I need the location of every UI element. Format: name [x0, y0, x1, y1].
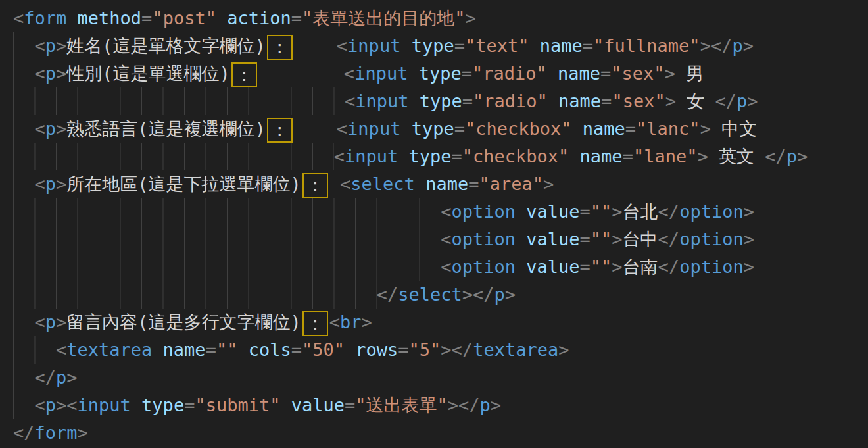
code-line-4[interactable]: <input type="radio" name="sex"> 女 </p>	[13, 87, 868, 115]
attribute-token: value	[526, 257, 579, 277]
text-token: 姓名(這是單格文字欄位)	[66, 36, 266, 56]
string-token: ""	[591, 201, 612, 222]
text-token	[398, 146, 408, 166]
string-token: "text"	[465, 36, 529, 56]
punctuation-token: =	[462, 63, 472, 84]
punctuation-token: >	[56, 174, 66, 194]
code-line-8[interactable]: <option value="">台北</option>	[13, 198, 868, 226]
text-token: 女	[676, 91, 715, 111]
attribute-token: name	[558, 63, 600, 84]
code-line-14[interactable]: </p>	[13, 364, 868, 391]
text-token	[516, 229, 526, 249]
text-token: 男	[675, 63, 704, 84]
punctuation-token: <	[441, 229, 451, 249]
punctuation-token: >	[558, 339, 569, 360]
text-token	[131, 395, 141, 415]
ambiguous-unicode-colon: ：	[302, 311, 328, 336]
text-token	[345, 339, 355, 360]
code-line-9[interactable]: <option value="">台中</option>	[13, 226, 868, 253]
punctuation-token: >	[462, 284, 473, 305]
punctuation-token: >	[612, 229, 622, 249]
punctuation-token: </	[452, 339, 473, 360]
code-line-12[interactable]: <p>留言內容(這是多行文字欄位)：<br>	[13, 309, 868, 336]
tag-token: p	[45, 174, 56, 194]
attribute-token: action	[227, 8, 291, 28]
tag-token: p	[45, 395, 56, 415]
tag-token: input	[78, 395, 131, 415]
punctuation-token: =	[291, 339, 302, 360]
punctuation-token: >	[56, 395, 66, 415]
code-editor[interactable]: <form method="post" action="表單送出的目的地"><p…	[0, 0, 868, 448]
punctuation-token: >	[66, 367, 77, 387]
punctuation-token: >	[743, 36, 754, 56]
punctuation-token: <	[337, 36, 347, 56]
punctuation-token: <	[66, 395, 77, 415]
ambiguous-unicode-colon: ：	[267, 118, 293, 143]
punctuation-token: >	[612, 257, 622, 277]
punctuation-token: =	[468, 174, 479, 194]
tag-token: select	[398, 284, 462, 305]
code-line-7[interactable]: <p>所在地區(這是下拉選單欄位)： <select name="area">	[13, 170, 868, 198]
code-line-10[interactable]: <option value="">台南</option>	[13, 253, 868, 281]
text-token	[400, 118, 411, 139]
code-line-6[interactable]: <input type="checkbox" name="lane"> 英文 <…	[13, 143, 868, 170]
attribute-token: type	[419, 63, 462, 84]
tag-token: form	[24, 8, 66, 28]
code-line-13[interactable]: <textarea name="" cols="50" rows="5"></t…	[13, 336, 868, 364]
punctuation-token: <	[35, 312, 45, 332]
code-line-2[interactable]: <p>姓名(這是單格文字欄位)： <input type="text" name…	[13, 32, 868, 60]
text-token	[548, 91, 558, 111]
punctuation-token: <	[35, 63, 45, 84]
ambiguous-unicode-colon: ：	[267, 35, 293, 60]
tag-token: select	[350, 174, 415, 194]
attribute-token: method	[78, 8, 142, 28]
tag-token: option	[451, 201, 516, 222]
punctuation-token: =	[625, 118, 636, 139]
text-token	[408, 63, 418, 84]
code-line-1[interactable]: <form method="post" action="表單送出的目的地">	[13, 5, 868, 32]
code-line-11[interactable]: </select></p>	[13, 281, 868, 309]
text-token	[569, 146, 579, 166]
string-token: "radio"	[472, 63, 547, 84]
tag-token: p	[45, 118, 56, 139]
text-token	[258, 63, 344, 84]
attribute-token: name	[163, 339, 206, 360]
attribute-token: name	[580, 146, 623, 166]
punctuation-token: </	[658, 201, 680, 222]
code-line-5[interactable]: <p>熟悉語言(這是複選欄位)： <input type="checkbox" …	[13, 115, 868, 143]
tag-token: input	[347, 118, 400, 139]
punctuation-token: =	[623, 146, 633, 166]
string-token: "sex"	[611, 63, 664, 84]
punctuation-token: </	[458, 395, 480, 415]
code-line-15[interactable]: <p><input type="submit" value="送出表單"></p…	[13, 391, 868, 419]
tag-token: p	[480, 395, 491, 415]
punctuation-token: =	[462, 91, 473, 111]
code-line-3[interactable]: <p>性別(這是單選欄位)： <input type="radio" name=…	[13, 60, 868, 87]
indent-guides	[13, 32, 35, 60]
punctuation-token: <	[329, 312, 340, 332]
punctuation-token: >	[665, 91, 676, 111]
text-token	[294, 36, 337, 56]
attribute-token: type	[412, 36, 454, 56]
punctuation-token: <	[441, 201, 451, 222]
tag-token: p	[45, 63, 56, 84]
tag-token: input	[347, 36, 400, 56]
indent-guides	[13, 391, 35, 419]
punctuation-token: >	[56, 36, 66, 56]
text-token: 中文	[711, 118, 757, 139]
code-line-16[interactable]: </form>	[13, 419, 868, 447]
punctuation-token: >	[78, 422, 88, 443]
text-token	[516, 201, 526, 222]
tag-token: option	[679, 201, 744, 222]
tag-token: br	[340, 312, 362, 332]
ambiguous-unicode-colon: ：	[302, 173, 328, 198]
punctuation-token: >	[612, 201, 622, 222]
attribute-token: name	[583, 118, 625, 139]
indent-guides	[13, 170, 35, 198]
punctuation-token: </	[711, 36, 733, 56]
string-token: "post"	[152, 8, 216, 28]
punctuation-token: >	[700, 118, 711, 139]
punctuation-token: >	[448, 395, 458, 415]
indent-guides	[13, 60, 35, 87]
punctuation-token: =	[398, 339, 408, 360]
